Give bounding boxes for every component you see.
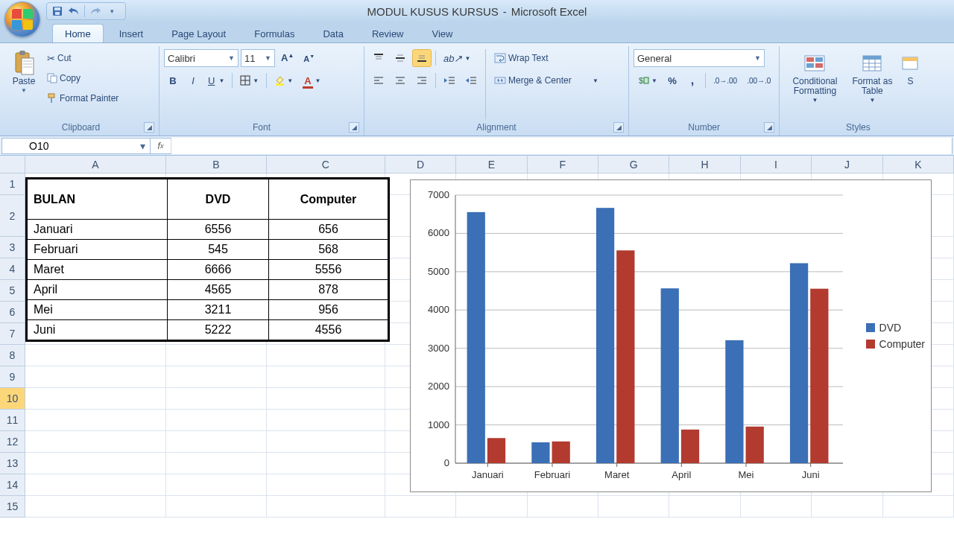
chevron-down-icon: ▼ [651,77,657,84]
conditional-formatting-button[interactable]: Conditional Formatting▼ [784,48,845,108]
percent-button[interactable]: % [663,71,681,89]
clipboard-launcher[interactable]: ◢ [144,122,154,133]
font-color-button[interactable]: A ▼ [299,71,324,89]
row-header-12[interactable]: 12 [0,431,25,453]
underline-button[interactable]: U▼ [204,71,228,89]
wrap-text-button[interactable]: Wrap Text [490,49,602,67]
number-format-combo[interactable]: General▼ [634,49,765,67]
redo-icon[interactable] [89,5,101,17]
svg-text:$: $ [639,76,643,85]
svg-text:Maret: Maret [604,469,630,480]
col-header-H[interactable]: H [669,156,740,173]
row-header-6[interactable]: 6 [0,302,25,323]
col-header-D[interactable]: D [385,156,456,173]
cell-styles-button[interactable]: S [899,48,921,90]
shrink-font-button[interactable]: A▼ [300,49,318,67]
font-name-combo[interactable]: Calibri▼ [164,49,238,67]
svg-rect-12 [51,98,52,103]
decrease-indent-button[interactable] [440,71,459,89]
copy-button[interactable]: Copy [43,69,140,87]
orientation-button[interactable]: ab↗▼ [440,49,474,67]
office-button[interactable] [4,1,40,37]
tab-insert[interactable]: Insert [107,24,157,42]
accounting-format-button[interactable]: $▼ [634,71,661,89]
chevron-down-icon: ▼ [287,77,293,84]
col-header-E[interactable]: E [456,156,527,173]
tab-data[interactable]: Data [310,24,356,42]
name-box[interactable]: O10 ▾ [1,138,151,154]
tab-review[interactable]: Review [359,24,417,42]
group-number: General▼ $▼ % , .0→.00 .00→.0 Number◢ [629,46,780,136]
svg-rect-44 [644,77,648,83]
row-header-9[interactable]: 9 [0,366,25,388]
align-left-button[interactable] [369,71,388,89]
format-as-table-button[interactable]: Format as Table▼ [848,48,896,108]
row-header-5[interactable]: 5 [0,280,25,302]
col-header-A[interactable]: A [25,156,166,173]
row-header-13[interactable]: 13 [0,453,25,474]
row-header-2[interactable]: 2 [0,195,25,237]
grow-font-button[interactable]: A▲ [277,49,297,67]
col-header-C[interactable]: C [267,156,385,173]
tab-view[interactable]: View [420,24,466,42]
formula-input[interactable] [171,138,952,154]
column-headers[interactable]: ABCDEFGHIJK [25,156,954,174]
save-icon[interactable] [51,5,63,17]
row-header-1[interactable]: 1 [0,174,25,195]
formula-bar: O10 ▾ fx [0,136,954,156]
align-right-button[interactable] [412,71,432,89]
format-painter-button[interactable]: Format Painter [43,89,140,107]
col-header-I[interactable]: I [741,156,812,173]
svg-rect-85 [616,250,634,463]
tab-formulas[interactable]: Formulas [241,24,307,42]
row-headers[interactable]: 123456789101112131415 [0,174,25,518]
svg-rect-16 [276,83,284,86]
chevron-down-icon: ▼ [464,55,470,62]
alignment-launcher[interactable]: ◢ [613,122,624,133]
scissors-icon: ✂ [47,53,55,64]
increase-decimal-button[interactable]: .0→.00 [710,71,741,89]
col-header-G[interactable]: G [598,156,669,173]
fill-color-button[interactable]: ▼ [271,71,297,89]
row-header-14[interactable]: 14 [0,474,25,496]
svg-rect-81 [552,442,570,463]
paste-button[interactable]: Paste ▼ [7,48,40,98]
italic-button[interactable]: I [184,71,202,89]
paste-icon [12,51,36,75]
col-header-B[interactable]: B [166,156,267,173]
bold-button[interactable]: B [164,71,182,89]
row-header-11[interactable]: 11 [0,410,25,431]
align-top-button[interactable] [369,49,388,67]
decrease-decimal-button[interactable]: .00→.0 [743,71,774,89]
align-middle-button[interactable] [391,49,410,67]
row-header-8[interactable]: 8 [0,345,25,366]
col-header-J[interactable]: J [812,156,882,173]
increase-indent-button[interactable] [461,71,481,89]
tab-home[interactable]: Home [52,24,104,42]
fx-button[interactable]: fx [151,139,171,153]
row-header-7[interactable]: 7 [0,323,25,345]
merge-center-button[interactable]: Merge & Center ▼ [490,71,602,89]
font-launcher[interactable]: ◢ [349,122,359,133]
comma-button[interactable]: , [683,71,701,89]
col-header-K[interactable]: K [883,156,954,173]
grow-font-icon: A▲ [281,52,294,63]
number-launcher[interactable]: ◢ [764,122,774,133]
chevron-down-icon: ▼ [228,54,235,62]
qat-customize-icon[interactable]: ▾ [106,5,118,17]
row-header-3[interactable]: 3 [0,237,25,258]
borders-button[interactable]: ▼ [236,71,262,89]
row-header-4[interactable]: 4 [0,258,25,280]
align-bottom-button[interactable] [412,49,432,67]
align-center-button[interactable] [391,71,410,89]
row-header-15[interactable]: 15 [0,496,25,518]
undo-icon[interactable] [68,5,80,17]
row-header-10[interactable]: 10 [0,388,25,410]
col-header-F[interactable]: F [528,156,598,173]
worksheet[interactable]: ABCDEFGHIJK 123456789101112131415 BULAND… [0,156,954,560]
tab-page-layout[interactable]: Page Layout [159,24,238,42]
font-size-combo[interactable]: 11▼ [241,49,275,67]
cut-button[interactable]: ✂ Cut [43,49,140,67]
embedded-chart[interactable]: 01000200030004000500060007000JanuariFebr… [410,179,932,492]
select-all-corner[interactable] [0,156,25,174]
